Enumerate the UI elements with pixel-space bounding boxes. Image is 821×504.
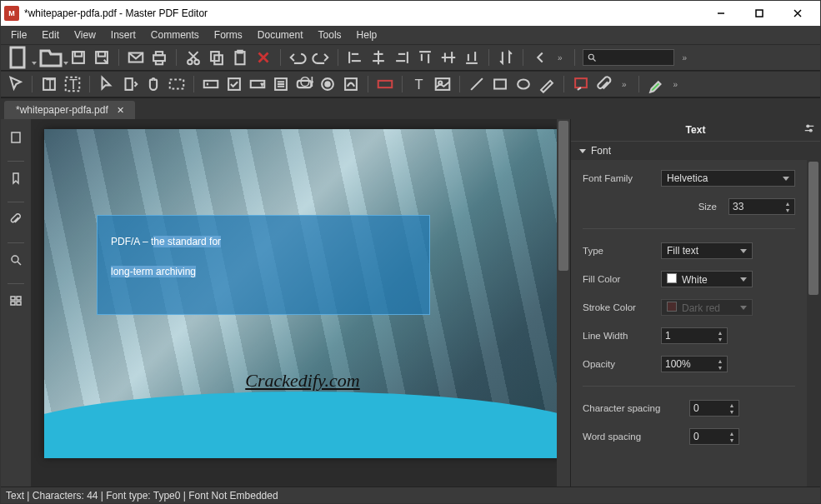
undo-button[interactable] <box>288 48 307 67</box>
save-as-button[interactable] <box>93 48 111 67</box>
svg-rect-4 <box>11 47 24 67</box>
maximize-button[interactable] <box>740 1 778 26</box>
watermark-text: Crackedify.com <box>245 370 359 392</box>
svg-text:T: T <box>69 77 78 92</box>
bookmarks-panel-button[interactable] <box>4 165 28 192</box>
radio-tool[interactable] <box>318 75 337 93</box>
cut-button[interactable] <box>184 48 203 67</box>
search-input[interactable] <box>583 49 674 66</box>
redo-button[interactable] <box>312 48 330 67</box>
delete-button[interactable] <box>254 48 273 67</box>
highlight-tool[interactable] <box>647 75 665 93</box>
signature-tool[interactable] <box>342 75 360 93</box>
checkbox-tool[interactable] <box>225 75 243 93</box>
align-center-v-button[interactable] <box>439 48 458 67</box>
panel-settings-icon[interactable] <box>803 122 815 137</box>
sticky-note-tool[interactable] <box>572 75 590 93</box>
fields-panel-button[interactable] <box>4 287 28 314</box>
pdf-page[interactable]: PDF/A – the standard for long-term archi… <box>44 129 557 458</box>
edit-forms-tool[interactable]: T <box>63 75 82 93</box>
document-canvas[interactable]: PDF/A – the standard for long-term archi… <box>31 119 570 487</box>
svg-rect-43 <box>126 78 133 90</box>
menu-forms[interactable]: Forms <box>208 27 249 42</box>
tools-overflow-2[interactable]: » <box>670 80 683 89</box>
svg-rect-45 <box>204 81 218 87</box>
attachments-panel-button[interactable] <box>4 206 28 232</box>
canvas-vertical-scrollbar[interactable] <box>557 119 570 487</box>
rectangle-tool[interactable] <box>491 75 509 93</box>
menu-comments[interactable]: Comments <box>144 27 206 42</box>
svg-text:T: T <box>46 77 54 92</box>
select-tool[interactable] <box>98 75 116 93</box>
minimize-button[interactable] <box>702 1 740 26</box>
font-section-header[interactable]: Font <box>571 141 820 160</box>
email-button[interactable] <box>127 48 145 67</box>
print-button[interactable] <box>150 48 168 67</box>
svg-point-68 <box>12 256 18 262</box>
heading-text[interactable]: PDF/A – the standard for long-term archi… <box>111 222 416 283</box>
toolbar-overflow-2[interactable]: » <box>679 53 692 62</box>
selected-text-box[interactable]: PDF/A – the standard for long-term archi… <box>97 215 430 315</box>
menu-edit[interactable]: Edit <box>35 27 66 42</box>
menu-document[interactable]: Document <box>251 27 310 42</box>
pointer-tool[interactable] <box>6 75 24 93</box>
combobox-tool[interactable] <box>248 75 267 93</box>
align-bottom-button[interactable] <box>463 48 481 67</box>
listbox-tool[interactable] <box>272 75 290 93</box>
thumbnails-panel-button[interactable] <box>4 124 28 151</box>
align-center-h-button[interactable] <box>369 48 388 67</box>
opacity-spinner[interactable]: 100%▲▼ <box>661 356 728 372</box>
paste-button[interactable] <box>231 48 249 67</box>
word-spacing-spinner[interactable]: 0▲▼ <box>689 428 739 445</box>
menu-tools[interactable]: Tools <box>312 27 348 42</box>
left-sidebar <box>1 119 31 487</box>
svg-line-38 <box>593 59 595 62</box>
word-spacing-label: Word spacing <box>583 432 683 442</box>
vertical-select-tool[interactable] <box>121 75 139 93</box>
align-right-button[interactable] <box>393 48 411 67</box>
snapshot-tool[interactable] <box>168 75 186 93</box>
ellipse-tool[interactable] <box>514 75 533 93</box>
fill-color-combo[interactable]: White <box>661 271 753 287</box>
align-left-button[interactable] <box>346 48 364 67</box>
tab-close-button[interactable]: ✕ <box>115 104 127 116</box>
svg-point-37 <box>588 54 593 59</box>
menu-insert[interactable]: Insert <box>104 27 143 42</box>
align-top-button[interactable] <box>416 48 434 67</box>
open-file-button[interactable] <box>38 48 64 67</box>
menu-file[interactable]: File <box>4 27 33 42</box>
tools-overflow[interactable]: » <box>618 80 631 89</box>
type-combo[interactable]: Fill text <box>661 242 753 259</box>
search-panel-button[interactable] <box>4 247 28 273</box>
save-button[interactable] <box>69 48 88 67</box>
attachment-tool[interactable] <box>595 75 613 93</box>
font-family-combo[interactable]: Helvetica <box>661 170 795 187</box>
document-tab[interactable]: *whitepaper-pdfa.pdf ✕ <box>4 101 135 119</box>
prev-page-button[interactable] <box>531 48 549 67</box>
hand-tool[interactable] <box>144 75 163 93</box>
opacity-label: Opacity <box>583 359 654 369</box>
svg-rect-72 <box>11 302 15 305</box>
button-tool[interactable]: OK <box>295 75 313 93</box>
document-tab-label: *whitepaper-pdfa.pdf <box>16 104 108 116</box>
font-size-spinner[interactable]: 33▲▼ <box>728 198 795 215</box>
line-tool[interactable] <box>468 75 486 93</box>
copy-button[interactable] <box>208 48 226 67</box>
char-spacing-label: Character spacing <box>583 403 683 413</box>
text-field-tool[interactable] <box>202 75 220 93</box>
pencil-tool[interactable] <box>538 75 556 93</box>
properties-vertical-scrollbar[interactable] <box>807 160 820 487</box>
insert-text-tool[interactable]: T <box>410 75 428 93</box>
char-spacing-spinner[interactable]: 0▲▼ <box>689 400 739 417</box>
menu-help[interactable]: Help <box>350 27 384 42</box>
menu-view[interactable]: View <box>68 27 103 42</box>
svg-rect-57 <box>345 78 357 90</box>
toolbar-overflow-1[interactable]: » <box>554 53 567 62</box>
link-tool[interactable] <box>376 75 394 93</box>
sort-button[interactable] <box>497 48 515 67</box>
close-button[interactable] <box>778 1 817 26</box>
new-file-button[interactable] <box>6 48 33 67</box>
line-width-spinner[interactable]: 1▲▼ <box>661 327 728 344</box>
insert-image-tool[interactable] <box>433 75 452 93</box>
edit-text-tool[interactable]: T <box>40 75 58 93</box>
